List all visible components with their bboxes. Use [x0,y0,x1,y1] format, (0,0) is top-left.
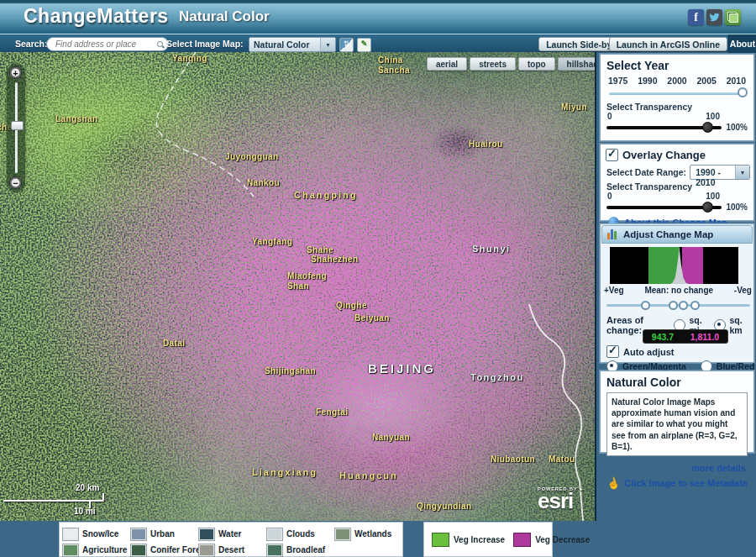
chevron-down-icon[interactable]: ▼ [735,166,749,179]
legend-item: Wetlands [335,526,403,542]
area-decrease-value: 1,811.0 [690,332,719,342]
histogram-labels: +Veg Mean: no change -Veg [604,286,752,295]
twitter-icon[interactable] [706,9,722,25]
search-label: Search: [15,39,48,49]
legend-swatch [335,528,350,540]
zoom-in-button[interactable]: + [9,66,22,79]
hand-pointer-icon: ☝ [605,476,621,491]
year-transparency-value: 100% [726,123,748,132]
adjust-header[interactable]: Adjust Change Map [601,225,753,244]
auto-adjust-label: Auto adjust [623,347,675,357]
basemap-switcher: aerialstreetstopohillshade [424,57,596,71]
change-legend-item: Veg Decrease [513,533,590,547]
search-icon[interactable] [156,40,165,49]
layer-description-panel: Natural Color Natural Color Image Maps a… [600,370,754,453]
side-panel: Select Year 19751990200020052010 Select … [596,52,756,557]
legend-label: Desert [218,545,244,554]
map-place-label: Shahe [307,245,333,255]
change-legend-label: Veg Increase [454,535,505,544]
overlay-transparency-slider [606,201,722,213]
year-tick-label: 2005 [696,76,716,86]
max-label: 100 [706,192,720,201]
map-place-label: Miaofeng Shan [287,271,327,291]
map-place-label: Nankou [247,178,280,188]
year-transparency-handle[interactable] [702,122,713,133]
auto-adjust-checkbox[interactable] [606,345,619,358]
zoom-control: + − [7,64,25,192]
share-icon[interactable] [725,9,741,25]
threshold-slider [612,299,743,312]
map-canvas[interactable]: YanqingChina SanchachenLangshanMiyunHuai… [0,52,596,521]
min-label: 0 [607,112,612,121]
map-place-label: Qingyundian [417,502,472,512]
map-place-label: Miyun [561,102,587,113]
changematters-app: ChangeMatters Natural Color f Search: Se… [0,0,756,557]
zoom-out-button[interactable]: − [9,176,22,189]
year-slider-track[interactable] [609,92,745,95]
legend-swatch [131,544,146,556]
legend-swatch [199,544,214,556]
select-year-panel: Select Year 19751990200020052010 Select … [600,54,754,141]
basemap-button[interactable]: aerial [427,57,467,71]
description-text: Natural Color Image Maps approximate hum… [606,392,748,456]
legend-swatch [63,528,78,540]
metadata-link-row[interactable]: ☝ Click Image to see Metadata [601,475,753,489]
histogram-green-band [648,247,680,284]
map-place-label: Fengtai [316,407,348,418]
twitter-bird-icon [709,12,720,23]
page-title: Natural Color [179,8,270,25]
basemap-button[interactable]: streets [470,57,516,71]
overlay-change-title: Overlay Change [622,149,706,161]
metadata-link[interactable]: Click Image to see Metadata [624,478,748,488]
launch-arcgis-button[interactable]: Launch in ArcGIS Online [609,37,727,51]
overlay-transparency-slider-row: 100% [601,201,753,213]
map-place-label: Yanqing [172,54,207,64]
overlay-header: Overlay Change [601,145,753,162]
adjust-title: Adjust Change Map [623,229,713,239]
scale-bar: 20 km 10 mi [3,482,121,516]
year-slider [609,87,745,100]
date-range-label: Select Date Range: [606,167,686,177]
change-legend-item: Veg Increase [432,533,505,547]
chevron-down-icon[interactable]: ▼ [320,38,335,51]
map-place-label: Huairou [469,139,503,150]
map-place-label: Shahezhen [311,255,358,265]
year-transparency-slider-row: 100% [601,121,753,134]
landcover-legend: Snow/Ice Urban Water Clouds Wetlands Agr… [59,522,403,557]
legend-label: Wetlands [354,529,391,539]
year-slider-handle[interactable] [738,87,748,97]
about-tab[interactable]: About [728,34,756,53]
threshold-handle-3[interactable] [679,301,688,310]
zoom-slider-handle[interactable] [11,121,24,130]
date-range-row: Select Date Range: 1990 - 2010 ▼ [601,162,753,180]
change-histogram[interactable] [610,247,738,284]
map-place-label: China Sancha [378,55,410,75]
change-legend-label: Veg Decrease [535,535,590,544]
overlay-change-checkbox[interactable] [606,149,618,161]
overlay-transparency-handle[interactable] [702,202,713,213]
scale-km-label: 20 km [76,483,99,492]
threshold-handle-2[interactable] [669,301,678,310]
legend-swatch [267,528,282,540]
date-range-dropdown[interactable]: 1990 - 2010 ▼ [690,165,750,180]
image-map-value: Natural Color [249,38,320,51]
side-by-side-icon[interactable]: ⇅ [339,38,354,52]
neg-veg-label: -Veg [734,286,752,295]
legend-swatch [267,544,282,556]
threshold-handle-1[interactable] [641,301,650,310]
esri-wordmark: esri [538,491,583,510]
overlay-transparency-value: 100% [726,202,748,212]
search-input[interactable] [54,39,156,50]
legend-item: Broadleaf [267,542,335,557]
edit-map-icon[interactable]: ✎ [357,38,371,52]
threshold-handle-4[interactable] [690,301,700,310]
more-details-link[interactable]: more details [691,463,746,473]
sq-km-label: sq. km [729,315,753,335]
basemap-button[interactable]: hillshade [558,57,596,71]
adjust-change-map-panel: Adjust Change Map +Veg Mean: no change -… [600,223,754,363]
image-map-dropdown[interactable]: Natural Color ▼ [249,37,336,52]
facebook-icon[interactable]: f [688,9,704,25]
map-place-label: Huangcun [339,470,398,481]
map-place-label: Shijingshan [265,366,316,376]
basemap-button[interactable]: topo [518,57,555,71]
